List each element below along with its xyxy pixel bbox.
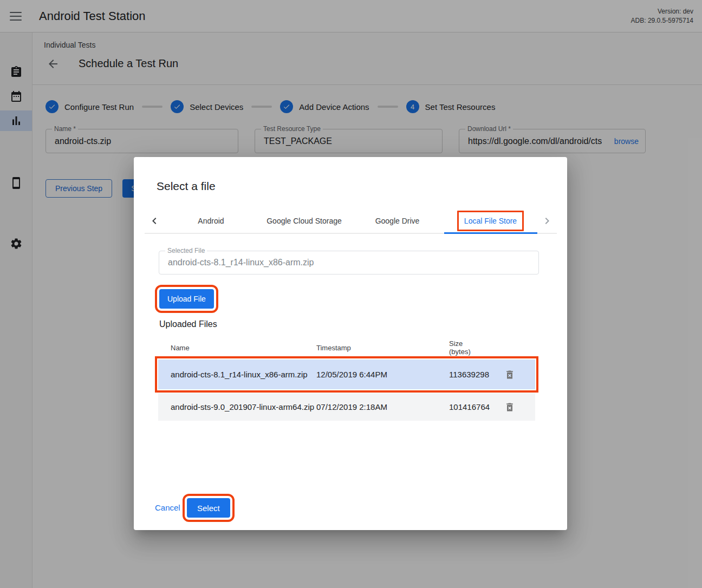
chevron-right-icon[interactable] [537, 208, 557, 233]
delete-file-icon[interactable] [497, 369, 523, 380]
tab-android[interactable]: Android [165, 208, 258, 233]
file-source-tabs: Android Google Cloud Storage Google Driv… [145, 208, 557, 234]
cancel-button[interactable]: Cancel [155, 503, 180, 512]
column-header-size: Size (bytes) [449, 339, 497, 356]
uploaded-files-title: Uploaded Files [159, 319, 217, 329]
tab-google-cloud-storage[interactable]: Google Cloud Storage [258, 208, 351, 233]
selected-file-value: android-cts-8.1_r14-linux_x86-arm.zip [159, 251, 538, 274]
column-header-name: Name [158, 344, 316, 352]
tab-local-file-store[interactable]: Local File Store [444, 208, 537, 233]
delete-file-icon[interactable] [497, 402, 523, 413]
file-row-android-sts[interactable]: android-sts-9.0_201907-linux-arm64.zip 0… [158, 393, 535, 421]
file-row-android-cts[interactable]: android-cts-8.1_r14-linux_x86-arm.zip 12… [158, 360, 535, 389]
chevron-left-icon[interactable] [145, 208, 165, 233]
dialog-title: Select a file [157, 180, 216, 193]
selected-file-label: Selected File [165, 247, 207, 254]
annotation-box: Local File Store [457, 211, 524, 231]
tab-google-drive[interactable]: Google Drive [351, 208, 444, 233]
selected-file-field[interactable]: Selected File android-cts-8.1_r14-linux_… [159, 251, 539, 275]
column-header-timestamp: Timestamp [316, 344, 449, 352]
select-file-dialog: Select a file Android Google Cloud Stora… [134, 157, 567, 530]
select-button[interactable]: Select [187, 498, 230, 518]
files-table-header: Name Timestamp Size (bytes) [158, 336, 535, 360]
upload-file-button[interactable]: Upload File [159, 289, 214, 309]
